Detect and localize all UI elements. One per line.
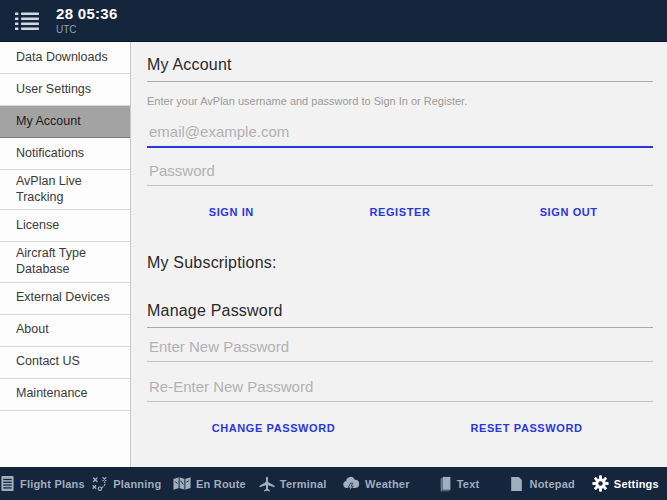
tab-terminal[interactable]: Terminal: [251, 467, 334, 500]
password-buttons-row: CHANGE PASSWORD RESET PASSWORD: [147, 416, 653, 440]
sidebar-item-user-settings[interactable]: User Settings: [0, 74, 130, 106]
clock-timezone: UTC: [56, 24, 118, 35]
text-icon: [439, 476, 452, 492]
tab-label: Settings: [614, 478, 659, 490]
tab-planning[interactable]: Planning: [85, 467, 168, 500]
sidebar-item-avplan-live-tracking[interactable]: AvPlan Live Tracking: [0, 170, 130, 210]
tab-label: En Route: [196, 478, 246, 490]
password-field[interactable]: [147, 158, 653, 186]
bottom-tab-bar: Flight Plans Planning: [0, 467, 667, 500]
sidebar-item-external-devices[interactable]: External Devices: [0, 283, 130, 315]
change-password-button[interactable]: CHANGE PASSWORD: [204, 416, 344, 440]
tab-flight-plans[interactable]: Flight Plans: [0, 467, 85, 500]
notepad-icon: [509, 476, 524, 492]
tab-weather[interactable]: Weather: [334, 467, 417, 500]
tab-label: Planning: [113, 478, 161, 490]
settings-gear-icon: [592, 475, 609, 492]
planning-icon: [91, 476, 108, 492]
sidebar-item-my-account[interactable]: My Account: [0, 106, 130, 138]
settings-body: Data Downloads User Settings My Account …: [0, 42, 667, 467]
settings-sidebar: Data Downloads User Settings My Account …: [0, 42, 131, 467]
list-menu-icon[interactable]: [12, 8, 42, 34]
tab-notepad[interactable]: Notepad: [501, 467, 584, 500]
my-account-panel: My Account Enter your AvPlan username an…: [131, 42, 667, 467]
email-field[interactable]: [147, 119, 653, 148]
tab-label: Flight Plans: [20, 478, 85, 490]
my-subscriptions-title: My Subscriptions:: [147, 254, 653, 272]
en-route-icon: [173, 476, 191, 491]
tab-text[interactable]: Text: [417, 467, 500, 500]
sign-out-button[interactable]: SIGN OUT: [532, 200, 606, 224]
my-account-divider: [147, 81, 653, 82]
tab-label: Terminal: [280, 478, 327, 490]
clock-display: 28 05:36 UTC: [56, 6, 118, 36]
flight-plans-icon: [0, 475, 15, 492]
account-buttons-row: SIGN IN REGISTER SIGN OUT: [147, 200, 653, 224]
avplan-settings-screen: 28 05:36 UTC Data Downloads User Setting…: [0, 0, 667, 500]
sidebar-item-notifications[interactable]: Notifications: [0, 138, 130, 170]
sign-in-description: Enter your AvPlan username and password …: [147, 95, 653, 107]
tab-en-route[interactable]: En Route: [168, 467, 251, 500]
manage-password-title: Manage Password: [147, 302, 653, 320]
reset-password-button[interactable]: RESET PASSWORD: [462, 416, 590, 440]
register-button[interactable]: REGISTER: [361, 200, 438, 224]
sidebar-item-maintenance[interactable]: Maintenance: [0, 379, 130, 411]
tab-label: Notepad: [529, 478, 574, 490]
top-status-bar: 28 05:36 UTC: [0, 0, 667, 42]
manage-password-divider: [147, 327, 653, 328]
my-account-title: My Account: [147, 56, 653, 74]
new-password-field[interactable]: [147, 334, 653, 362]
sidebar-item-license[interactable]: License: [0, 210, 130, 242]
sign-in-button[interactable]: SIGN IN: [201, 200, 262, 224]
sidebar-item-about[interactable]: About: [0, 315, 130, 347]
tab-label: Text: [457, 478, 480, 490]
tab-label: Weather: [365, 478, 410, 490]
weather-icon: [342, 476, 360, 492]
sidebar-item-aircraft-type-database[interactable]: Aircraft Type Database: [0, 242, 130, 282]
reenter-password-field[interactable]: [147, 374, 653, 402]
sidebar-item-contact-us[interactable]: Contact US: [0, 347, 130, 379]
tab-settings[interactable]: Settings: [584, 467, 667, 500]
clock-time: 28 05:36: [56, 6, 118, 23]
sidebar-item-data-downloads[interactable]: Data Downloads: [0, 42, 130, 74]
terminal-icon: [259, 476, 275, 492]
